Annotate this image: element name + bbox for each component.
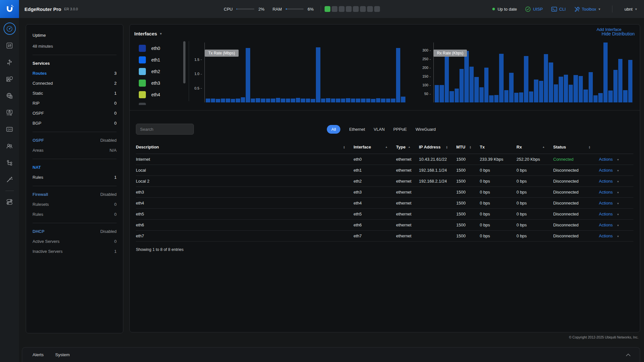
actions-button[interactable]: Actions — [599, 168, 613, 173]
chart-bar — [559, 77, 563, 102]
legend-item[interactable]: eth4 — [139, 91, 183, 98]
summary-section-link[interactable]: Firewall — [33, 192, 48, 197]
actions-button[interactable]: Actions — [599, 233, 613, 238]
chart-bar — [386, 99, 391, 102]
chart-bar — [351, 99, 355, 102]
legend-item[interactable]: eth2 — [139, 68, 183, 75]
uptime-value: 48 minutes — [33, 44, 117, 49]
sidebar-item-dashboard[interactable] — [4, 23, 16, 35]
legend-swatch — [139, 45, 146, 52]
summary-row: Rules0 — [33, 212, 117, 217]
cell-actions: Actions▾ — [599, 190, 633, 195]
ubiquiti-logo[interactable] — [0, 0, 19, 18]
summary-row-label: BGP — [33, 121, 41, 126]
sidebar-item-users[interactable] — [4, 140, 16, 152]
sidebar-item-interfaces[interactable] — [4, 39, 16, 52]
summary-section-title: Services — [33, 61, 117, 66]
chevron-down-icon[interactable]: ▾ — [617, 224, 619, 227]
header-cell-mtu[interactable]: MTU▲▼ — [456, 145, 480, 149]
cell-rx: 0 bps — [516, 179, 553, 184]
chevron-down-icon[interactable]: ▾ — [617, 213, 619, 216]
chart-bar — [256, 98, 260, 102]
y-axis-tick: 300 — [422, 48, 431, 52]
tab-alerts[interactable]: Alerts — [33, 352, 44, 357]
expand-bar-button[interactable] — [626, 352, 631, 358]
chevron-down-icon[interactable]: ▾ — [617, 191, 619, 194]
legend-item[interactable]: eth0 — [139, 44, 183, 52]
legend-item[interactable]: eth1 — [139, 56, 183, 63]
chevron-down-icon[interactable]: ▾ — [617, 158, 619, 161]
interfaces-dropdown[interactable]: Interfaces ▾ — [134, 31, 162, 36]
header-cell-type[interactable]: Type▲ — [396, 145, 419, 149]
chart-bar — [435, 85, 439, 102]
summary-section-title: NAT — [33, 165, 117, 170]
filter-tab-all[interactable]: All — [327, 125, 340, 134]
cell-tx: 0 bps — [480, 223, 516, 227]
chart-bar — [211, 99, 215, 102]
header-cell-rx[interactable]: Rx▲ — [516, 145, 553, 149]
legend-item[interactable]: eth3 — [139, 79, 183, 87]
header-cell-interface[interactable]: Interface▲ — [354, 145, 396, 149]
summary-row-label: Rulesets — [33, 202, 49, 207]
actions-button[interactable]: Actions — [599, 190, 613, 195]
header-cell-tx: Tx — [480, 145, 516, 149]
table-row: eth4eth4ethernet15000 bps0 bpsDisconnect… — [136, 198, 633, 209]
chevron-down-icon[interactable]: ▾ — [617, 180, 619, 183]
sidebar-item-config-tree[interactable] — [4, 157, 16, 169]
chart-bar — [346, 98, 350, 102]
sidebar-item-vpn[interactable] — [4, 106, 16, 119]
rail-divider — [5, 191, 14, 191]
uisp-button[interactable]: UISP — [525, 6, 543, 12]
filter-tab-wireguard[interactable]: WireGuard — [416, 127, 436, 132]
toolbox-button[interactable]: Toolbox ▾ — [574, 6, 600, 12]
filter-tab-pppoe[interactable]: PPPoE — [393, 127, 407, 132]
actions-button[interactable]: Actions — [599, 223, 613, 227]
filter-tab-ethernet[interactable]: Ethernet — [349, 127, 365, 132]
cell-tx: 0 bps — [480, 190, 516, 195]
chevron-down-icon[interactable]: ▾ — [617, 169, 619, 172]
summary-section-link[interactable]: NAT — [33, 165, 41, 170]
sidebar-item-firewall[interactable] — [4, 73, 16, 85]
chart-bar — [474, 77, 478, 102]
chart-bar — [366, 99, 371, 102]
vpn-monitor-lock-icon — [6, 109, 13, 116]
actions-button[interactable]: Actions — [599, 212, 613, 216]
sort-icon: ▲▼ — [469, 146, 471, 149]
tab-system[interactable]: System — [55, 352, 70, 357]
actions-button[interactable]: Actions — [599, 157, 613, 162]
search-input[interactable] — [136, 124, 194, 135]
legend-scrollbar-thumb[interactable] — [183, 41, 185, 83]
sidebar-item-routing[interactable] — [4, 56, 16, 68]
chart-bar — [569, 85, 573, 102]
section-divider — [33, 132, 117, 132]
rx-chart-y-axis: 50100150200250300 — [417, 43, 433, 102]
cell-actions: Actions▾ — [599, 168, 633, 173]
port-indicators — [325, 6, 380, 12]
sidebar-item-services[interactable] — [4, 90, 16, 102]
summary-row-value: 1 — [114, 91, 117, 96]
header-cell-ip_address[interactable]: IP Address▲▼ — [419, 145, 456, 149]
filter-tab-vlan[interactable]: VLAN — [374, 127, 385, 132]
cell-rx: 0 bps — [516, 233, 553, 238]
header-cell-description[interactable]: Description▲▼ — [136, 145, 354, 149]
summary-section-link[interactable]: DHCP — [33, 229, 44, 234]
chart-bar — [356, 99, 360, 102]
sidebar-item-system-toggles[interactable] — [4, 195, 16, 208]
summary-section-title: FirewallDisabled — [33, 192, 117, 197]
add-interface-button[interactable]: Add Interface — [597, 27, 621, 32]
cell-description: Local — [136, 168, 354, 173]
uptime-label: Uptime — [33, 33, 117, 38]
summary-section-link[interactable]: OSPF — [33, 138, 44, 143]
sidebar-item-qos[interactable]: QoS — [4, 123, 16, 135]
actions-button[interactable]: Actions — [599, 179, 613, 184]
header-cell-status[interactable]: Status▲▼ — [553, 145, 599, 149]
chart-bar — [266, 99, 270, 102]
user-menu[interactable]: ubnt ▾ — [624, 7, 637, 12]
actions-button[interactable]: Actions — [599, 201, 613, 205]
chevron-down-icon[interactable]: ▾ — [617, 202, 619, 205]
chevron-down-icon[interactable]: ▾ — [617, 234, 619, 238]
sidebar-item-wizard[interactable] — [4, 173, 16, 186]
copyright-notice: © Copyright 2012-2025 Ubiquiti Networks,… — [569, 335, 639, 339]
summary-row-label[interactable]: Routes — [33, 71, 47, 76]
cli-button[interactable]: CLI — [551, 7, 566, 12]
